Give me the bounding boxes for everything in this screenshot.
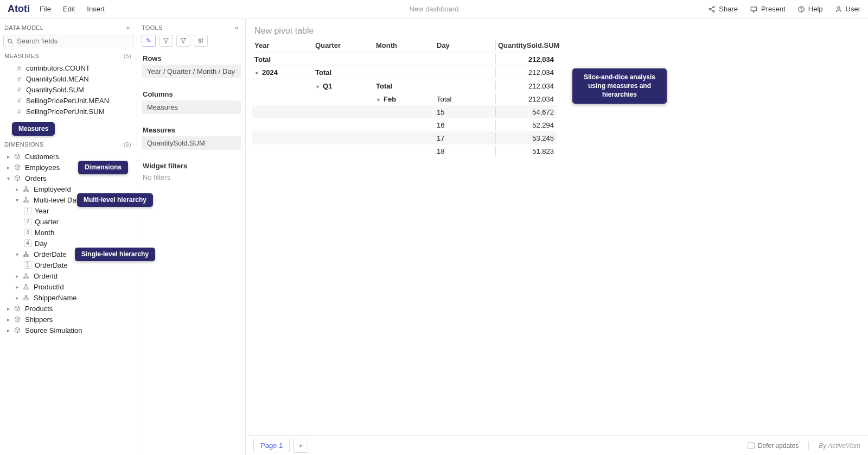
user-button[interactable]: User — [835, 5, 860, 13]
add-page-button[interactable]: ＋ — [293, 439, 308, 453]
columns-field[interactable]: Measures — [142, 100, 241, 114]
cell-day[interactable]: 16 — [435, 120, 495, 130]
col-header-month[interactable]: Month — [374, 40, 435, 50]
cell-day[interactable]: 18 — [435, 146, 495, 156]
present-button[interactable]: Present — [750, 5, 786, 13]
tool-query-button[interactable] — [176, 35, 190, 47]
dimension-customers[interactable]: ▸ Customers — [2, 151, 135, 162]
cell-year[interactable]: ▼2024 — [252, 67, 313, 78]
dimension-source-simulation[interactable]: ▸ Source Simulation — [2, 325, 135, 336]
hierarchy-multilevel-date[interactable]: ▾ Multi-level Date Multi-level hierarchy — [2, 194, 135, 205]
measure-item[interactable]: #SellingPricePerUnit.MEAN — [2, 95, 135, 106]
dimension-products[interactable]: ▸ Products — [2, 303, 135, 314]
plus-icon: ＋ — [297, 441, 304, 451]
level-orderdate[interactable]: 1OrderDate — [2, 260, 135, 270]
chevron-right-icon[interactable]: ▸ — [5, 327, 11, 333]
level-badge-icon: 1 — [24, 261, 31, 269]
measures-field[interactable]: QuantitySold.SUM — [142, 136, 241, 150]
chevron-right-icon[interactable]: ▸ — [5, 306, 11, 312]
cell-grand-total-label[interactable]: Total — [252, 54, 313, 65]
chevron-right-icon[interactable]: ▸ — [5, 165, 11, 170]
dimension-employees[interactable]: ▸ Employees Dimensions — [2, 162, 135, 173]
svg-line-3 — [711, 7, 713, 9]
page-tab[interactable]: Page 1 — [253, 439, 290, 452]
svg-point-35 — [199, 40, 200, 41]
pencil-icon: ✎ — [146, 37, 151, 45]
svg-rect-27 — [27, 288, 28, 289]
menu-file[interactable]: File — [40, 5, 51, 13]
tool-edit-button[interactable]: ✎ — [142, 35, 156, 47]
hierarchy-orderid[interactable]: ▸ OrderId — [2, 270, 135, 281]
chevron-right-icon[interactable]: ▸ — [14, 295, 20, 301]
col-header-year[interactable]: Year — [252, 40, 313, 50]
measure-label: QuantitySold.MEAN — [26, 75, 89, 83]
chevron-down-icon[interactable]: ▾ — [5, 175, 11, 181]
share-button[interactable]: Share — [708, 5, 738, 13]
chevron-right-icon[interactable]: ▸ — [5, 317, 11, 323]
level-year[interactable]: 1Year — [2, 205, 135, 216]
cell-quarter[interactable]: ▼Q1 — [313, 81, 374, 91]
level-quarter[interactable]: 2Quarter — [2, 216, 135, 227]
col-header-measure[interactable]: QuantitySold.SUM — [495, 40, 557, 50]
chevron-down-icon[interactable]: ▼ — [315, 84, 321, 90]
col-header-day[interactable]: Day — [435, 40, 495, 50]
no-filters-text: No filters — [137, 172, 245, 182]
widget-filters-label: Widget filters — [137, 157, 245, 172]
dimension-label: Source Simulation — [25, 326, 82, 334]
hierarchy-label: ProductId — [34, 283, 64, 291]
measure-item[interactable]: #contributors.COUNT — [2, 62, 135, 73]
measure-item[interactable]: #QuantitySold.SUM — [2, 84, 135, 95]
pivot-title[interactable]: New pivot table — [246, 18, 868, 40]
dimension-orders[interactable]: ▾ Orders — [2, 173, 135, 184]
checkbox-icon[interactable] — [748, 442, 755, 449]
svg-rect-5 — [751, 7, 757, 10]
dimension-shippers[interactable]: ▸ Shippers — [2, 314, 135, 325]
callout-slice-dice: Slice-and-dice analysis using measures a… — [572, 68, 667, 104]
hierarchy-orderdate[interactable]: ▾ OrderDate Single-level hierarchy — [2, 249, 135, 260]
hierarchy-shippername[interactable]: ▸ ShipperName — [2, 292, 135, 303]
chevron-right-icon[interactable]: ▸ — [5, 154, 11, 160]
svg-point-9 — [801, 10, 801, 11]
help-button[interactable]: Help — [797, 5, 823, 13]
tool-settings-button[interactable] — [194, 35, 208, 47]
col-header-quarter[interactable]: Quarter — [313, 40, 374, 50]
pivot-table[interactable]: Year Quarter Month Day QuantitySold.SUM … — [252, 40, 557, 157]
level-month[interactable]: 3Month — [2, 227, 135, 238]
defer-updates-toggle[interactable]: Defer updates — [748, 442, 799, 450]
cell-day-value: 51,823 — [495, 146, 557, 156]
measure-item[interactable]: #SellingPricePerUnit.SUM — [2, 106, 135, 117]
hierarchy-employeeid[interactable]: ▸ EmployeeId — [2, 184, 135, 194]
hierarchy-icon — [23, 284, 30, 290]
measure-item[interactable]: #QuantitySold.MEAN — [2, 73, 135, 84]
hierarchy-productid[interactable]: ▸ ProductId — [2, 281, 135, 292]
svg-rect-13 — [25, 186, 27, 187]
chevron-down-icon[interactable]: ▾ — [14, 197, 20, 203]
menu-insert[interactable]: Insert — [87, 5, 105, 13]
chevron-down-icon[interactable]: ▼ — [376, 97, 381, 103]
search-fields-input[interactable] — [3, 35, 133, 47]
present-icon — [750, 5, 758, 13]
chevron-right-icon[interactable]: ▸ — [14, 273, 20, 279]
level-day[interactable]: 4Day — [2, 238, 135, 249]
cell-month[interactable]: ▼Feb — [374, 94, 435, 104]
chevron-right-icon[interactable]: ▸ — [14, 186, 20, 192]
chevron-right-icon[interactable]: ▸ — [14, 284, 20, 290]
rows-field[interactable]: Year / Quarter / Month / Day — [142, 65, 241, 78]
filter-icon — [163, 37, 169, 44]
menu-edit[interactable]: Edit — [63, 5, 75, 13]
level-label: OrderDate — [35, 261, 68, 269]
rows-label: Rows — [137, 50, 245, 65]
cell-day[interactable]: 15 — [435, 107, 495, 117]
chevron-down-icon[interactable]: ▾ — [14, 251, 20, 257]
tool-filter-button[interactable] — [159, 35, 173, 47]
measures-header: Measures — [4, 53, 39, 59]
cube-icon — [14, 164, 22, 170]
collapse-tools-icon[interactable]: « — [234, 24, 240, 31]
brand-logo: Atoti — [8, 3, 30, 15]
collapse-data-model-icon[interactable]: « — [125, 24, 131, 31]
data-model-header: Data Model — [4, 24, 43, 31]
chevron-down-icon[interactable]: ▼ — [254, 71, 260, 76]
cube-icon — [14, 327, 22, 333]
cell-day[interactable]: 17 — [435, 133, 495, 143]
hierarchy-label: OrderDate — [34, 250, 67, 258]
